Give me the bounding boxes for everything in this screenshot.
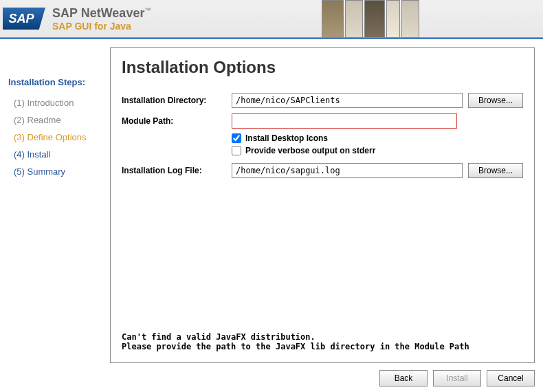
error-message: Can't find a valid JavaFX distribution. …: [122, 332, 523, 351]
step-define-options[interactable]: (3) Define Options: [8, 129, 104, 146]
module-path-label: Module Path:: [122, 116, 232, 126]
product-subtitle: SAP GUI for Java: [52, 21, 151, 32]
step-install[interactable]: (4) Install: [8, 146, 104, 163]
header-text: SAP NetWeaver™ SAP GUI for Java: [52, 6, 151, 32]
sap-logo: SAP: [3, 8, 45, 30]
module-path-input[interactable]: [232, 113, 457, 129]
log-file-input[interactable]: [232, 163, 463, 178]
step-introduction[interactable]: (1) Introduction: [8, 94, 104, 111]
step-summary[interactable]: (5) Summary: [8, 163, 104, 180]
back-button[interactable]: Back: [379, 370, 428, 386]
install-dir-input[interactable]: [232, 93, 463, 108]
desktop-icons-checkbox[interactable]: [232, 133, 241, 143]
product-title: SAP NetWeaver™: [52, 6, 151, 21]
header-decoration: [322, 0, 419, 38]
browse-log-file-button[interactable]: Browse...: [468, 163, 523, 178]
page-title: Installation Options: [122, 58, 523, 77]
cancel-button[interactable]: Cancel: [487, 370, 535, 386]
sidebar: Installation Steps: (1) Introduction (2)…: [0, 39, 110, 392]
browse-install-dir-button[interactable]: Browse...: [468, 93, 523, 108]
sidebar-title: Installation Steps:: [8, 77, 104, 87]
install-dir-label: Installation Directory:: [122, 96, 232, 105]
verbose-checkbox[interactable]: [232, 146, 241, 155]
log-file-label: Installation Log File:: [122, 166, 232, 175]
install-button[interactable]: Install: [433, 370, 481, 386]
desktop-icons-label: Install Desktop Icons: [245, 133, 328, 143]
step-readme[interactable]: (2) Readme: [8, 111, 104, 129]
footer-buttons: Back Install Cancel: [110, 367, 543, 392]
main-panel: Installation Options Installation Direct…: [110, 47, 535, 363]
header: SAP SAP NetWeaver™ SAP GUI for Java: [0, 0, 543, 38]
verbose-label: Provide verbose output on stderr: [245, 146, 375, 155]
